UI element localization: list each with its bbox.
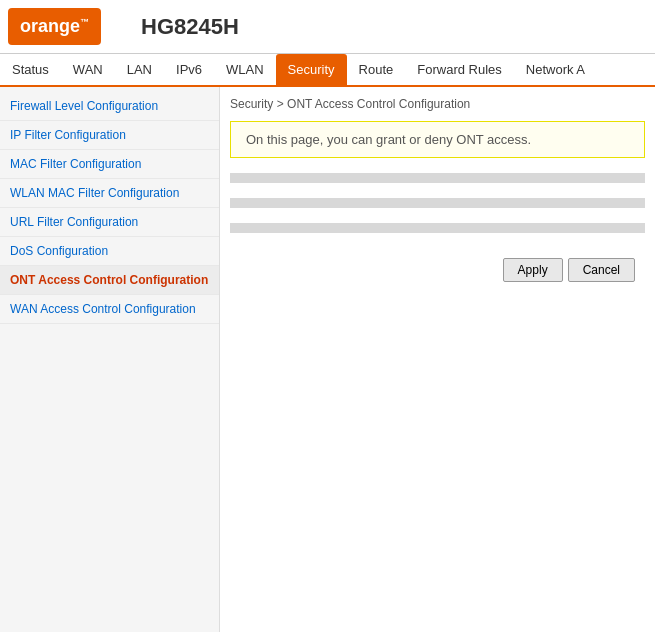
wan-section-header bbox=[230, 223, 645, 233]
sidebar-item-mac-filter-configuration[interactable]: MAC Filter Configuration bbox=[0, 150, 219, 179]
top-nav: StatusWANLANIPv6WLANSecurityRouteForward… bbox=[0, 54, 655, 87]
wan-section bbox=[230, 223, 645, 233]
nav-item-network-a[interactable]: Network A bbox=[514, 54, 597, 85]
header: orange™ HG8245H bbox=[0, 0, 655, 54]
info-box: On this page, you can grant or deny ONT … bbox=[230, 121, 645, 158]
nav-item-forward-rules[interactable]: Forward Rules bbox=[405, 54, 514, 85]
breadcrumb-parent: Security bbox=[230, 97, 273, 111]
sidebar: Firewall Level ConfigurationIP Filter Co… bbox=[0, 87, 220, 632]
sidebar-item-ip-filter-configuration[interactable]: IP Filter Configuration bbox=[0, 121, 219, 150]
wlan-section bbox=[230, 198, 645, 208]
sidebar-item-dos-configuration[interactable]: DoS Configuration bbox=[0, 237, 219, 266]
apply-button[interactable]: Apply bbox=[503, 258, 563, 282]
nav-item-wlan[interactable]: WLAN bbox=[214, 54, 276, 85]
footer-buttons: Apply Cancel bbox=[230, 248, 645, 287]
nav-item-ipv6[interactable]: IPv6 bbox=[164, 54, 214, 85]
nav-item-route[interactable]: Route bbox=[347, 54, 406, 85]
nav-item-lan[interactable]: LAN bbox=[115, 54, 164, 85]
breadcrumb: Security > ONT Access Control Configurat… bbox=[230, 97, 645, 111]
sidebar-item-wan-access-control-configuration[interactable]: WAN Access Control Configuration bbox=[0, 295, 219, 324]
wlan-section-header bbox=[230, 198, 645, 208]
cancel-button[interactable]: Cancel bbox=[568, 258, 635, 282]
logo: orange™ bbox=[8, 8, 101, 45]
lan-section bbox=[230, 173, 645, 183]
sidebar-item-firewall-level-configuration[interactable]: Firewall Level Configuration bbox=[0, 92, 219, 121]
main-layout: Firewall Level ConfigurationIP Filter Co… bbox=[0, 87, 655, 632]
nav-item-status[interactable]: Status bbox=[0, 54, 61, 85]
lan-section-header bbox=[230, 173, 645, 183]
sidebar-item-ont-access-control-configuration[interactable]: ONT Access Control Configuration bbox=[0, 266, 219, 295]
page-title: HG8245H bbox=[141, 14, 239, 40]
breadcrumb-current: ONT Access Control Configuration bbox=[287, 97, 470, 111]
sidebar-item-url-filter-configuration[interactable]: URL Filter Configuration bbox=[0, 208, 219, 237]
main-content: Security > ONT Access Control Configurat… bbox=[220, 87, 655, 632]
nav-item-wan[interactable]: WAN bbox=[61, 54, 115, 85]
sidebar-item-wlan-mac-filter-configuration[interactable]: WLAN MAC Filter Configuration bbox=[0, 179, 219, 208]
nav-item-security[interactable]: Security bbox=[276, 54, 347, 85]
